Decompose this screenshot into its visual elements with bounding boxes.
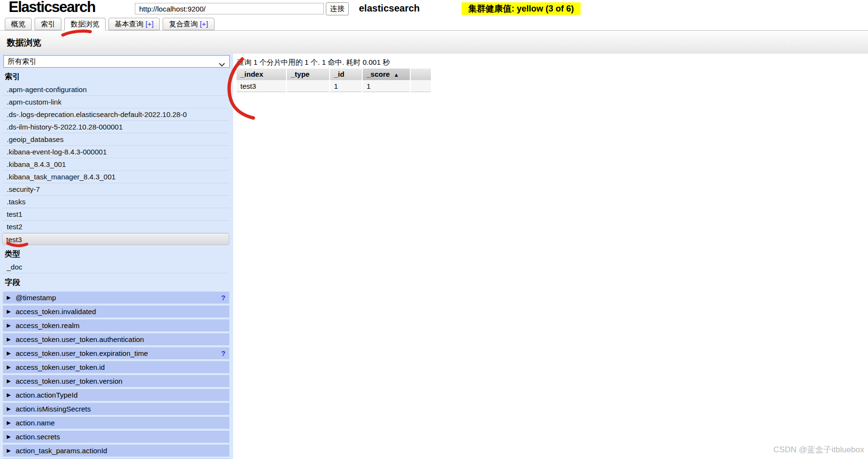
field-row[interactable]: ▶ action.name [3, 417, 229, 429]
expand-arrow-icon: ▶ [7, 417, 11, 429]
results-table-header: _index _type _id _score▲ [237, 69, 431, 80]
expand-arrow-icon: ▶ [7, 389, 11, 401]
expand-arrow-icon: ▶ [7, 333, 11, 345]
field-help-icon: ? [221, 349, 226, 357]
index-item[interactable]: .security-7 [3, 183, 229, 196]
tab-label: 索引 [41, 20, 55, 28]
index-list: .apm-agent-configuration .apm-custom-lin… [0, 83, 233, 245]
cluster-name: elasticsearch [359, 3, 420, 14]
index-item[interactable]: .kibana_8.4.3_001 [3, 158, 229, 171]
cluster-health-badge: 集群健康值: yellow (3 of 6) [462, 2, 581, 15]
page-title: 数据浏览 [7, 37, 41, 48]
index-item[interactable]: .kibana-event-log-8.4.3-000001 [3, 146, 229, 158]
index-item-selected[interactable]: test3 [2, 233, 229, 245]
tab-plus: [+] [200, 20, 208, 28]
tab-overview[interactable]: 概览 [5, 18, 32, 30]
query-summary: 查询 1 个分片中用的 1 个. 1 命中. 耗时 0.001 秒 [237, 58, 390, 67]
field-row[interactable]: ▶ access_token.user_token.version [3, 375, 229, 387]
column-header-id[interactable]: _id [330, 69, 362, 80]
expand-arrow-icon: ▶ [7, 292, 11, 304]
expand-arrow-icon: ▶ [7, 403, 11, 415]
cell-type [287, 80, 329, 92]
field-label: access_token.user_token.authentication [15, 335, 229, 343]
field-list: ▶ @timestamp ? ▶ access_token.invalidate… [0, 292, 233, 459]
tab-indices[interactable]: 索引 [35, 18, 61, 30]
tab-label: 复合查询 [169, 20, 198, 28]
field-row[interactable]: ▶ access_token.invalidated [3, 306, 229, 318]
index-filter-value: 所有索引 [8, 57, 36, 66]
field-label: action.name [15, 419, 229, 427]
field-row[interactable]: ▶ access_token.user_token.id [3, 361, 229, 373]
chevron-down-icon [219, 60, 225, 68]
indices-section-title: 索引 [5, 72, 233, 82]
connect-button[interactable]: 连接 [326, 2, 349, 15]
page-heading-bar: 数据浏览 [0, 31, 868, 54]
watermark: CSDN @蓝盒子itbluebox [773, 444, 864, 455]
tab-label: 概览 [11, 20, 25, 28]
expand-arrow-icon: ▶ [7, 361, 11, 373]
types-section-title: 类型 [5, 249, 233, 259]
results-table: _index _type _id _score▲ test3 1 1 [237, 69, 431, 92]
results-area: 查询 1 个分片中用的 1 个. 1 命中. 耗时 0.001 秒 _index… [233, 54, 868, 459]
index-item[interactable]: .geoip_databases [3, 133, 229, 146]
index-filter-select[interactable]: 所有索引 [3, 55, 230, 68]
expand-arrow-icon: ▶ [7, 347, 11, 359]
index-item[interactable]: .apm-custom-link [3, 96, 229, 108]
index-item[interactable]: test2 [3, 221, 229, 233]
expand-arrow-icon: ▶ [7, 445, 11, 457]
field-row[interactable]: ▶ access_token.realm [3, 319, 229, 331]
index-item[interactable]: .ds-ilm-history-5-2022.10.28-000001 [3, 121, 229, 133]
expand-arrow-icon: ▶ [7, 375, 11, 387]
cell-index: test3 [237, 80, 286, 92]
field-row[interactable]: ▶ action_task_params.actionId [3, 445, 229, 457]
browser-sidebar: 所有索引 索引 .apm-agent-configuration .apm-cu… [0, 54, 233, 459]
tab-label: 基本查询 [115, 20, 143, 28]
column-header-label: _score [367, 70, 390, 78]
expand-arrow-icon: ▶ [7, 319, 11, 331]
node-url-input[interactable] [135, 3, 324, 14]
sort-asc-icon: ▲ [393, 72, 399, 78]
field-label: @timestamp [15, 294, 221, 302]
tab-plus: [+] [145, 20, 154, 28]
field-label: access_token.realm [15, 321, 229, 330]
field-help-icon: ? [221, 294, 226, 302]
field-label: action_task_params.actionId [15, 447, 229, 455]
column-header-index[interactable]: _index [237, 69, 286, 80]
field-row[interactable]: ▶ @timestamp ? [3, 292, 229, 304]
expand-arrow-icon: ▶ [7, 431, 11, 443]
app-header: Elasticsearch 连接 elasticsearch 集群健康值: ye… [0, 0, 868, 18]
cell-score: 1 [363, 80, 410, 92]
field-label: action.actionTypeId [15, 391, 229, 399]
field-label: access_token.invalidated [15, 307, 229, 316]
index-item[interactable]: test1 [3, 208, 229, 221]
index-item[interactable]: .kibana_task_manager_8.4.3_001 [3, 171, 229, 183]
field-row[interactable]: ▶ action.secrets [3, 431, 229, 443]
index-item[interactable]: .tasks [3, 196, 229, 208]
type-item[interactable]: _doc [3, 261, 229, 273]
column-header-score[interactable]: _score▲ [363, 69, 410, 80]
field-row[interactable]: ▶ action.actionTypeId [3, 389, 229, 401]
column-header-extra [411, 69, 431, 80]
field-label: access_token.user_token.version [15, 377, 229, 385]
fields-section-title: 字段 [5, 278, 233, 288]
field-row[interactable]: ▶ access_token.user_token.authentication [3, 333, 229, 345]
field-label: access_token.user_token.expiration_time [15, 349, 221, 357]
table-row[interactable]: test3 1 1 [237, 80, 431, 92]
field-label: action.secrets [15, 433, 229, 441]
field-row[interactable]: ▶ access_token.user_token.expiration_tim… [3, 347, 229, 359]
tab-label: 数据浏览 [71, 20, 99, 28]
app-title: Elasticsearch [9, 0, 95, 16]
type-list: _doc [0, 261, 233, 273]
field-row[interactable]: ▶ action.isMissingSecrets [3, 403, 229, 415]
index-item[interactable]: .apm-agent-configuration [3, 83, 229, 96]
tab-basic-query[interactable]: 基本查询 [+] [108, 18, 160, 30]
tab-bar: 概览 索引 数据浏览 基本查询 [+] 复合查询 [+] [0, 18, 868, 31]
cell-id: 1 [330, 80, 362, 92]
tab-compound-query[interactable]: 复合查询 [+] [163, 18, 214, 30]
expand-arrow-icon: ▶ [7, 306, 11, 318]
field-label: access_token.user_token.id [15, 363, 229, 371]
cell-extra [411, 80, 431, 92]
tab-browser[interactable]: 数据浏览 [64, 18, 106, 31]
index-item[interactable]: .ds-.logs-deprecation.elasticsearch-defa… [3, 108, 229, 121]
column-header-type[interactable]: _type [287, 69, 329, 80]
